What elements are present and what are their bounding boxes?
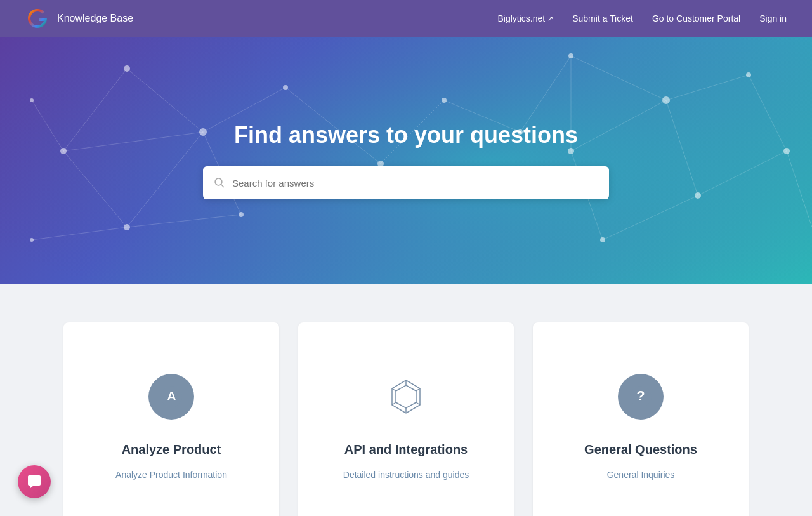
api-integrations-title: API and Integrations <box>344 442 468 457</box>
knowledge-base-title: Knowledge Base <box>57 13 133 24</box>
cards-section: A Analyze Product Analyze Product Inform… <box>0 284 812 516</box>
analyze-product-title: Analyze Product <box>122 442 221 457</box>
svg-line-55 <box>392 388 396 391</box>
header: Knowledge Base Biglytics.net ↗ Submit a … <box>0 0 812 37</box>
search-input[interactable] <box>232 178 598 189</box>
svg-point-34 <box>568 53 573 58</box>
svg-line-51 <box>416 388 420 391</box>
search-bar <box>203 166 609 199</box>
svg-point-31 <box>239 212 244 217</box>
analyze-product-subtitle: Analyze Product Information <box>115 470 227 480</box>
customer-portal-link[interactable]: Go to Customer Portal <box>652 13 740 23</box>
external-link-icon: ↗ <box>547 15 553 23</box>
chat-icon <box>27 474 42 489</box>
svg-point-26 <box>124 65 130 72</box>
svg-point-33 <box>30 98 34 102</box>
svg-text:?: ? <box>636 388 645 404</box>
api-integrations-card[interactable]: API and Integrations Detailed instructio… <box>298 322 514 516</box>
svg-point-42 <box>442 98 447 103</box>
logo <box>25 6 49 30</box>
general-questions-card[interactable]: ? General Questions General Inquiries <box>533 322 749 516</box>
sign-in-link[interactable]: Sign in <box>759 13 787 23</box>
svg-line-52 <box>416 402 420 405</box>
hero-section: Find answers to your questions <box>0 37 812 284</box>
svg-marker-49 <box>396 385 416 408</box>
svg-point-36 <box>746 72 751 77</box>
svg-point-28 <box>283 85 288 90</box>
header-nav: Biglytics.net ↗ Submit a Ticket Go to Cu… <box>498 13 787 23</box>
svg-line-54 <box>392 402 396 405</box>
submit-ticket-link[interactable]: Submit a Ticket <box>572 13 633 23</box>
header-left: Knowledge Base <box>25 6 133 30</box>
general-questions-subtitle: General Inquiries <box>607 470 675 480</box>
hero-content: Find answers to your questions <box>0 122 812 199</box>
biglytics-link[interactable]: Biglytics.net ↗ <box>498 13 554 23</box>
svg-point-35 <box>662 96 670 104</box>
svg-point-39 <box>600 237 605 242</box>
hero-title: Find answers to your questions <box>234 122 578 149</box>
analyze-product-card[interactable]: A Analyze Product Analyze Product Inform… <box>63 322 279 516</box>
general-questions-title: General Questions <box>584 442 697 457</box>
svg-point-32 <box>30 238 34 242</box>
chat-bubble-button[interactable] <box>18 465 51 498</box>
svg-text:A: A <box>167 389 176 403</box>
svg-point-30 <box>124 224 130 230</box>
api-integrations-icon <box>383 374 429 420</box>
api-integrations-subtitle: Detailed instructions and guides <box>343 470 469 480</box>
svg-line-45 <box>221 185 224 187</box>
search-icon <box>214 178 225 188</box>
analyze-product-icon: A <box>148 374 194 420</box>
general-questions-icon: ? <box>618 374 664 420</box>
